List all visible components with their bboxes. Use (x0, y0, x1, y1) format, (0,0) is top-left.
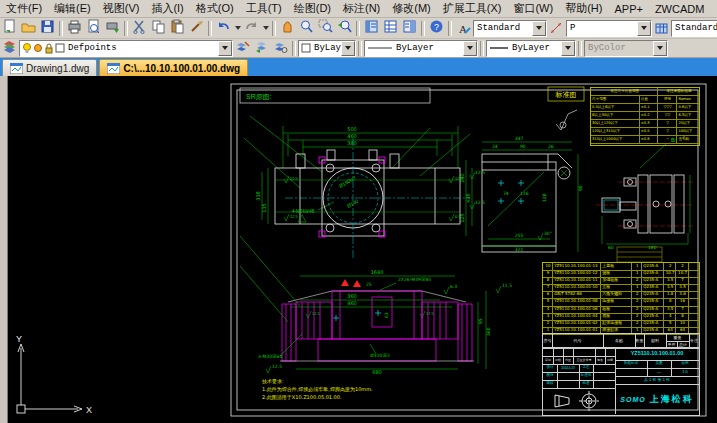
menu-tools[interactable]: 工具(T) (240, 0, 288, 17)
tool-palettes-button[interactable] (400, 20, 419, 37)
toolbar-separator (59, 21, 63, 36)
toolbar-separator (292, 41, 296, 56)
help-button[interactable]: ? (427, 20, 446, 37)
combo-arrow-icon[interactable] (341, 41, 355, 56)
detail-view: B 60 180 (596, 137, 694, 250)
tab-active-drawing[interactable]: C:\...10.10.100.01.00.dwg (99, 59, 248, 76)
dim-style-value: P (567, 23, 637, 33)
dim-text: 135 (261, 203, 267, 213)
undo-dropdown[interactable] (233, 20, 242, 37)
side-view: 347 24 90 26 74 116 128 255 321 90 12.5 … (470, 136, 583, 252)
dim-text: 680 (372, 369, 382, 375)
dim-text: 95 (478, 318, 483, 324)
cut-button[interactable] (130, 20, 149, 37)
company-name: 上海松科 (650, 395, 694, 404)
design-center-button[interactable] (381, 20, 400, 37)
notes-line: 1.此件为焊合件,焊接必须牢靠,焊脚高度为10mm. (262, 386, 373, 393)
menu-dimension[interactable]: 标注(N) (337, 0, 386, 17)
make-layer-current-icon (235, 39, 250, 58)
dim-style-control-icon (547, 20, 566, 37)
combo-arrow-icon[interactable] (532, 21, 546, 36)
copy-button[interactable] (149, 20, 168, 37)
dim-text: 360 (486, 327, 491, 336)
freeze-sun-icon (33, 42, 43, 54)
print-button[interactable] (65, 20, 84, 37)
dim-text: 460 (347, 300, 357, 306)
menu-zwcadm[interactable]: ZWCADM (649, 2, 711, 16)
menu-window[interactable]: 窗口(W) (507, 0, 559, 17)
toolbar-separator (578, 41, 582, 56)
undo-button[interactable] (214, 20, 233, 37)
paste-icon (170, 19, 185, 38)
print-preview-button[interactable] (84, 20, 103, 37)
dim-style-combo[interactable]: P (566, 20, 652, 37)
tolerance-cell: 100以下 (677, 128, 699, 136)
layer-manager-button[interactable] (0, 40, 19, 57)
color-combo[interactable]: ByLayer (298, 40, 356, 57)
parts-row: 9YZ5110.10.100.01-12侧板1Q235-A10.710.7 (543, 270, 699, 277)
text-style-combo[interactable]: Standard (473, 20, 547, 37)
flag-text: 17.5 (426, 311, 435, 316)
drawing-canvas[interactable]: SR原图: 标准图 500 (0, 76, 717, 423)
redo-dropdown[interactable] (261, 20, 270, 37)
redo-button[interactable] (242, 20, 261, 37)
paste-button[interactable] (168, 20, 187, 37)
lineweight-combo[interactable]: ByLayer (486, 40, 576, 57)
menu-draw[interactable]: 绘图(D) (288, 0, 337, 17)
dim-text: 128 (542, 193, 547, 202)
tab-drawing1[interactable]: Drawing1.dwg (2, 59, 97, 76)
col-label: 公差 (640, 96, 658, 104)
zoom-window-button[interactable] (316, 20, 335, 37)
document-tab-bar: Drawing1.dwg C:\...10.10.100.01.00.dwg (0, 58, 717, 76)
parts-row: 2YZ5110.10.100.01-02缸体连接板2Q235-A510 (543, 320, 699, 327)
combo-arrow-icon[interactable] (637, 21, 651, 36)
menu-modify[interactable]: 修改(M) (386, 0, 437, 17)
title-block: 标记 处数 分区 更改文件号 签名 日期 设计 2014.4.23 工艺 校对 … (542, 347, 700, 416)
combo-arrow-icon[interactable] (218, 41, 232, 56)
new-button[interactable] (0, 20, 19, 37)
col-label: 符号 (658, 96, 678, 104)
tolerance-table: 未注尺寸公差范围 未注表面粗糙度 尺寸范围 公差 符号 Ramax 0.5以上6… (590, 87, 700, 146)
save-button[interactable] (38, 20, 57, 37)
flag-text: 12.5 (290, 176, 299, 181)
scissors-icon (132, 19, 147, 38)
menu-express[interactable]: 扩展工具(X) (437, 0, 508, 17)
make-layer-current-button[interactable] (233, 40, 252, 57)
front-view: 500 460 380 360 460 318 135 435 190 125 (244, 116, 472, 318)
menu-format[interactable]: 格式(O) (190, 0, 240, 17)
tolerance-cell: 6.3以下 (677, 112, 699, 120)
properties-button[interactable] (362, 20, 381, 37)
open-button[interactable] (19, 20, 38, 37)
tolerance-row: 30以上120以下±0.3▽25以下 (591, 120, 699, 128)
zoom-window-icon (318, 19, 333, 38)
layer-combo[interactable]: Defpoints (19, 40, 233, 57)
layer-states-button[interactable] (271, 40, 290, 57)
flag-text: 12.5 (475, 170, 485, 175)
linetype-value: ByLayer (393, 43, 463, 53)
pan-button[interactable] (278, 20, 297, 37)
zoom-icon (299, 19, 314, 38)
weld-symbol-icon (341, 279, 349, 286)
menu-insert[interactable]: 插入(I) (145, 0, 189, 17)
plot-button[interactable] (103, 20, 122, 37)
layer-previous-button[interactable] (252, 40, 271, 57)
menu-help[interactable]: 帮助(H) (559, 0, 608, 17)
linetype-combo[interactable]: ByLayer (364, 40, 478, 57)
menu-view[interactable]: 视图(V) (97, 0, 146, 17)
toolbar-separator (448, 21, 452, 36)
zoom-realtime-button[interactable] (297, 20, 316, 37)
menu-file[interactable]: 文件(F) (0, 0, 48, 17)
parts-row: 3YZ5110.10.100.01-04底板2Q235-A48 (543, 313, 699, 320)
combo-arrow-icon[interactable] (463, 41, 477, 56)
menu-app-plus[interactable]: APP+ (608, 2, 648, 16)
combo-arrow-icon[interactable] (561, 41, 575, 56)
menu-edit[interactable]: 编辑(E) (48, 0, 97, 17)
undo-icon (216, 19, 231, 38)
table-style-combo[interactable]: Standard (671, 20, 717, 37)
match-properties-button[interactable] (187, 20, 206, 37)
ucs-icon: Y X (16, 334, 92, 415)
layer-color-swatch (55, 42, 65, 54)
standard-toolbar: ? A Standard P Standard Standard (0, 18, 717, 39)
plot-style-value: ByColor (585, 43, 653, 53)
zoom-previous-button[interactable] (335, 20, 354, 37)
